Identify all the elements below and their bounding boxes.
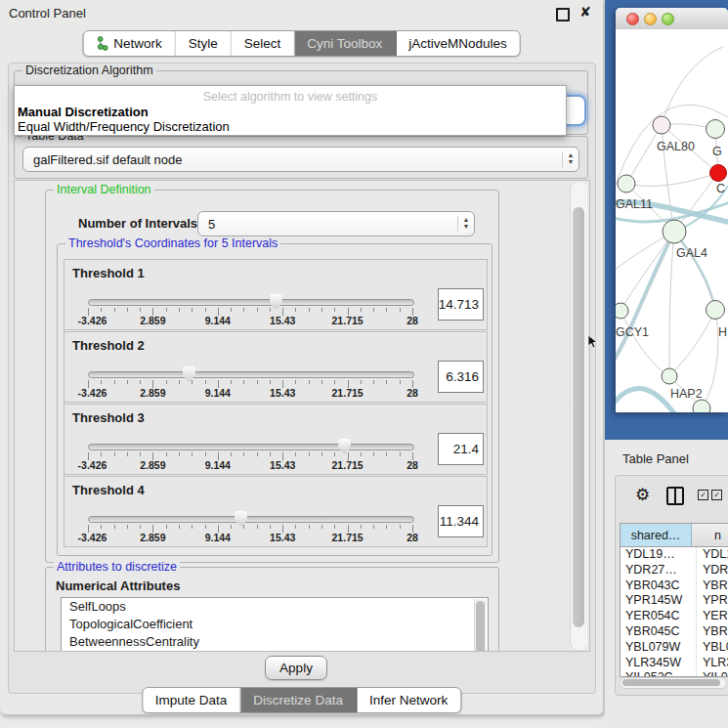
- close-icon[interactable]: ✘: [579, 4, 591, 20]
- cell-shared-name: YBL079W: [621, 640, 697, 656]
- combo-spinner-icon[interactable]: ▲▼: [562, 151, 578, 168]
- slider-tick: [386, 525, 387, 529]
- close-traffic-light-icon[interactable]: [626, 13, 639, 25]
- slider-tick: [231, 452, 232, 456]
- tab-style[interactable]: Style: [176, 31, 232, 56]
- dropdown-option-manual[interactable]: Manual Discretization: [18, 105, 149, 119]
- attribute-list-item[interactable]: BetweennessCentrality: [62, 633, 488, 651]
- slider-tick: [295, 380, 296, 384]
- cell-shared-name: YDR27…: [621, 563, 697, 578]
- svg-text:GAL4: GAL4: [676, 246, 707, 260]
- table-hscrollbar[interactable]: [620, 677, 727, 689]
- network-view-window[interactable]: GAL80GCGAL11GAL4GCY1HHAP2: [616, 8, 728, 412]
- slider-tick: [114, 308, 115, 312]
- main-scrollbar-thumb[interactable]: [573, 207, 584, 627]
- slider-tick-label: -3.426: [78, 459, 107, 471]
- columns-icon[interactable]: [666, 487, 684, 505]
- threshold-slider[interactable]: [88, 299, 414, 306]
- tab-cyni-toolbox[interactable]: Cyni Toolbox: [294, 31, 396, 56]
- table-row[interactable]: YBR045CYBR0: [621, 624, 728, 640]
- slider-tick: [270, 380, 271, 384]
- combo-spinner-icon[interactable]: ▲▼: [457, 216, 474, 233]
- tab-label: Infer Network: [369, 693, 448, 707]
- tab-select[interactable]: Select: [232, 31, 295, 56]
- table-panel-section: Table Panel ⚙ ✓ ✓ shared… n YDL19…YDL1YD…: [605, 440, 728, 728]
- threshold-value-field[interactable]: 6.316: [438, 361, 484, 393]
- node-table[interactable]: shared… n YDL19…YDL1YDR27…YDR2YBR043CYBR…: [620, 523, 728, 677]
- slider-tick: [309, 525, 310, 529]
- tab-network[interactable]: Network: [83, 31, 176, 56]
- bottom-tabbar: Impute DataDiscretize DataInfer Network: [142, 687, 461, 713]
- table-row[interactable]: YPR145WYPR1: [621, 593, 728, 609]
- threshold-slider[interactable]: [88, 371, 414, 378]
- slider-tick: [361, 525, 362, 529]
- table-row[interactable]: YBR043CYBR0: [621, 578, 728, 594]
- attribute-list-item[interactable]: TopologicalCoefficient: [62, 616, 488, 633]
- num-intervals-combobox[interactable]: 5 ▲▼: [197, 211, 475, 236]
- table-row[interactable]: YLR345WYLR3: [621, 656, 728, 671]
- slider-tick: [140, 452, 141, 456]
- cell-name: YBR0: [697, 578, 728, 594]
- cell-shared-name: YLR345W: [621, 656, 697, 671]
- tab-discretize-data[interactable]: Discretize Data: [240, 688, 357, 712]
- float-window-icon[interactable]: [556, 8, 570, 21]
- tab-impute-data[interactable]: Impute Data: [143, 688, 241, 712]
- table-row[interactable]: YIL052CYIL0: [621, 670, 728, 677]
- threshold-value-field[interactable]: 21.4: [438, 433, 484, 465]
- slider-tick-label: 15.43: [270, 532, 295, 543]
- tab-infer-network[interactable]: Infer Network: [357, 688, 460, 712]
- threshold-slider[interactable]: [88, 516, 414, 523]
- gear-icon[interactable]: ⚙: [635, 485, 650, 505]
- slider-tick: [127, 525, 128, 529]
- table-row[interactable]: YDL19…YDL1: [621, 547, 728, 563]
- slider-tick: [205, 308, 206, 312]
- minimize-traffic-light-icon[interactable]: [644, 13, 657, 25]
- list-scrollbar-thumb[interactable]: [476, 601, 485, 652]
- checkbox-icon[interactable]: ✓: [711, 490, 722, 500]
- slider-tick: [334, 308, 335, 312]
- table-row[interactable]: YBL079WYBL0: [621, 640, 728, 656]
- network-window-titlebar[interactable]: [616, 8, 728, 30]
- slider-tick: [205, 525, 206, 529]
- apply-button[interactable]: Apply: [265, 656, 327, 680]
- threshold-value-field[interactable]: 11.344: [438, 505, 484, 537]
- checkbox-icon[interactable]: ✓: [698, 490, 708, 500]
- slider-tick: [192, 525, 193, 529]
- slider-tick: [309, 452, 310, 456]
- cell-name: YLR3: [697, 656, 728, 671]
- cell-shared-name: YBR043C: [621, 578, 697, 594]
- table-hscrollbar-thumb[interactable]: [622, 679, 720, 686]
- svg-text:G: G: [712, 145, 722, 158]
- zoom-traffic-light-icon[interactable]: [662, 13, 674, 25]
- slider-tick: [373, 380, 374, 384]
- dropdown-option-equal-width[interactable]: Equal Width/Frequency Discretization: [18, 119, 230, 134]
- slider-tick-label: -3.426: [78, 532, 107, 543]
- slider-tick: [166, 452, 167, 456]
- slider-tick: [127, 308, 128, 312]
- slider-tick: [192, 308, 193, 312]
- table-data-combobox[interactable]: galFiltered.sif default node ▲▼: [22, 147, 579, 172]
- slider-tick: [205, 452, 206, 456]
- threshold-slider[interactable]: [88, 444, 414, 450]
- network-canvas[interactable]: GAL80GCGAL11GAL4GCY1HHAP2: [616, 29, 728, 412]
- tab-jactivemnodules[interactable]: jActiveMNodules: [396, 31, 520, 56]
- attribute-list-item[interactable]: SelfLoops: [62, 598, 488, 616]
- column-header-name[interactable]: n: [692, 524, 728, 546]
- column-header-shared-name[interactable]: shared…: [621, 524, 692, 546]
- main-scrollbar[interactable]: [570, 182, 587, 650]
- slider-tick: [386, 452, 387, 456]
- slider-tick: [166, 308, 167, 312]
- slider-tick: [243, 380, 244, 384]
- list-scrollbar[interactable]: [474, 599, 487, 652]
- slider-tick-label: 9.144: [205, 532, 231, 543]
- slider-tick: [295, 525, 296, 529]
- cell-name: YER0: [697, 609, 728, 624]
- threshold-value-field[interactable]: 14.713: [438, 288, 484, 321]
- table-row[interactable]: YDR27…YDR2: [621, 563, 728, 578]
- slider-tick: [101, 525, 102, 529]
- slider-tick-label: -3.426: [78, 315, 107, 326]
- numerical-attributes-list[interactable]: SelfLoopsTopologicalCoefficientBetweenne…: [61, 597, 489, 652]
- slider-tick: [192, 452, 193, 456]
- slider-tick: [205, 380, 206, 384]
- table-row[interactable]: YER054CYER0: [621, 609, 728, 624]
